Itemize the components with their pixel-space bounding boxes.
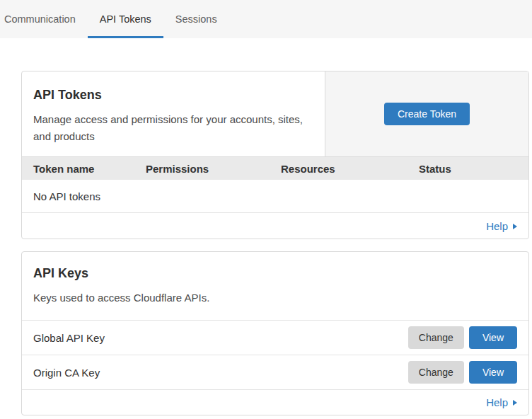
api-tokens-title: API Tokens (33, 88, 313, 103)
api-tokens-help-label: Help (486, 220, 508, 232)
key-actions: Change View (408, 326, 517, 349)
api-keys-card-header: API Keys Keys used to access Cloudflare … (22, 252, 528, 320)
api-keys-title: API Keys (33, 266, 517, 281)
api-tokens-card: API Tokens Manage access and permissions… (21, 71, 529, 239)
api-keys-help-link[interactable]: Help (486, 396, 517, 408)
api-tokens-card-footer: Help (22, 213, 528, 239)
help-arrow-icon (513, 224, 517, 229)
help-arrow-icon (513, 400, 517, 406)
api-tokens-card-header: API Tokens Manage access and permissions… (22, 71, 528, 156)
tab-communication[interactable]: Communication (4, 0, 88, 38)
api-keys-help-label: Help (486, 396, 508, 408)
key-row-origin-ca-key: Origin CA Key Change View (22, 355, 528, 389)
tab-api-tokens[interactable]: API Tokens (88, 0, 163, 38)
header-cell-permissions: Permissions (146, 163, 281, 175)
view-button[interactable]: View (469, 326, 517, 349)
tab-bar: Communication API Tokens Sessions (0, 0, 532, 38)
header-cell-token-name: Token name (33, 163, 146, 175)
header-cell-status: Status (419, 163, 528, 175)
view-button[interactable]: View (469, 361, 517, 384)
page-content: API Tokens Manage access and permissions… (0, 38, 532, 415)
header-cell-resources: Resources (281, 163, 419, 175)
change-button[interactable]: Change (408, 361, 464, 384)
key-row-global-api-key: Global API Key Change View (22, 320, 528, 355)
api-keys-card-footer: Help (22, 389, 528, 415)
create-token-button[interactable]: Create Token (384, 103, 470, 125)
create-token-panel: Create Token (325, 71, 528, 156)
api-keys-card: API Keys Keys used to access Cloudflare … (21, 251, 529, 415)
api-tokens-help-link[interactable]: Help (486, 220, 517, 232)
api-tokens-card-intro: API Tokens Manage access and permissions… (22, 71, 325, 156)
key-name: Global API Key (33, 332, 408, 344)
key-name: Origin CA Key (33, 367, 408, 379)
api-tokens-description: Manage access and permissions for your a… (33, 111, 313, 145)
tokens-empty-row: No API tokens (22, 180, 528, 213)
tab-sessions[interactable]: Sessions (163, 0, 229, 38)
tokens-table-header: Token name Permissions Resources Status (22, 156, 528, 180)
api-keys-description: Keys used to access Cloudflare APIs. (33, 289, 316, 306)
change-button[interactable]: Change (408, 326, 464, 349)
key-actions: Change View (408, 361, 517, 384)
tokens-empty-message: No API tokens (33, 190, 100, 202)
